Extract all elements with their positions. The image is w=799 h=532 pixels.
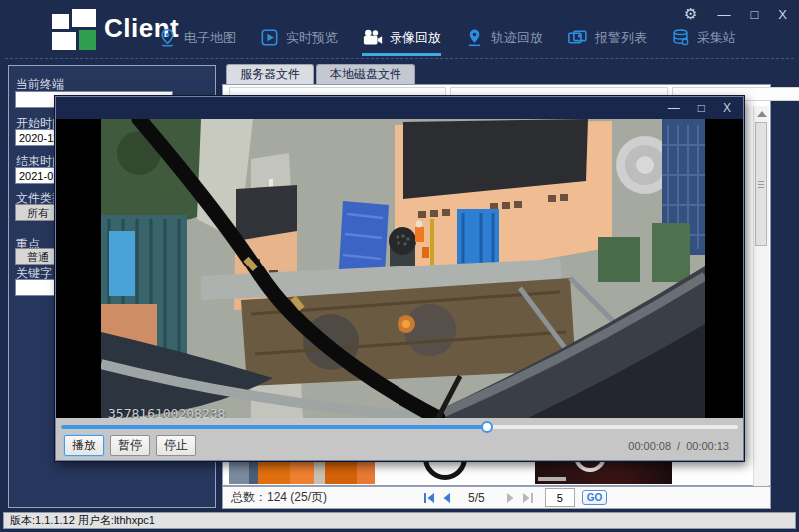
top-bar: Client 电子地图 实时预览 录像回放 轨迹回放 (0, 0, 799, 58)
nav-label: 采集站 (697, 29, 736, 47)
video-camera-icon (362, 28, 383, 47)
logo-tile (52, 14, 69, 29)
pause-button[interactable]: 暂停 (110, 435, 150, 456)
total-time: 00:00:13 (686, 440, 729, 452)
status-bar: 版本:1.1.1.12 用户名:lthhxpc1 (3, 512, 796, 529)
video-player-window: — □ X (55, 96, 744, 461)
nav-track-playback[interactable]: 轨迹回放 (465, 22, 543, 56)
video-osd-text: 357816100208238 E 105.391504 N 28.782217… (108, 346, 335, 418)
nav-recording-playback[interactable]: 录像回放 (362, 22, 441, 56)
nav-collection-station[interactable]: 采集站 (671, 22, 736, 56)
stop-button[interactable]: 停止 (156, 435, 196, 456)
player-control-bar: 播放 暂停 停止 00:00:08 / 00:00:13 (56, 418, 743, 460)
nav-label: 实时预览 (286, 29, 338, 47)
nav-label: 录像回放 (390, 29, 441, 47)
time-display: 00:00:08 / 00:00:13 (628, 440, 729, 452)
settings-gear-icon[interactable]: ⚙ (684, 5, 697, 23)
nav-label: 轨迹回放 (491, 29, 543, 47)
page-indicator: 5/5 (468, 491, 485, 505)
first-page-button[interactable] (422, 492, 436, 504)
topbar-divider (5, 58, 794, 59)
window-controls: ⚙ — □ X (684, 5, 787, 23)
page-number-input[interactable] (545, 488, 575, 507)
alarm-list-icon (567, 28, 588, 47)
progress-track[interactable] (61, 425, 738, 429)
nav-label: 报警列表 (595, 29, 647, 47)
prev-page-button[interactable] (440, 492, 452, 504)
tab-local-disk-files[interactable]: 本地磁盘文件 (316, 64, 415, 84)
nav-live-preview[interactable]: 实时预览 (260, 22, 338, 56)
main-nav: 电子地图 实时预览 录像回放 轨迹回放 报警列表 (158, 22, 736, 58)
database-icon (671, 28, 690, 47)
player-title-bar[interactable]: — □ X (56, 97, 743, 119)
minimize-button[interactable]: — (717, 7, 730, 22)
play-icon (260, 28, 279, 47)
map-pin-icon (158, 28, 177, 47)
progress-fill (61, 425, 487, 429)
progress-handle[interactable] (481, 421, 493, 433)
video-display-area: 357816100208238 E 105.391504 N 28.782217… (56, 119, 743, 418)
play-button[interactable]: 播放 (64, 435, 104, 456)
close-button[interactable]: X (778, 7, 787, 22)
last-page-button[interactable] (521, 492, 535, 504)
logo-tile-green (79, 30, 96, 50)
file-tabs: 服务器文件 本地磁盘文件 (226, 64, 415, 84)
go-button[interactable]: GO (582, 490, 608, 505)
tab-server-files[interactable]: 服务器文件 (226, 64, 314, 84)
vertical-scrollbar[interactable] (753, 106, 769, 506)
maximize-button[interactable]: □ (750, 7, 758, 22)
nav-electronic-map[interactable]: 电子地图 (158, 22, 236, 56)
osd-device-id: 357816100208238 (108, 400, 335, 418)
player-minimize-button[interactable]: — (668, 101, 680, 115)
video-thumbnail[interactable] (229, 458, 375, 484)
player-close-button[interactable]: X (723, 101, 731, 115)
player-buttons: 播放 暂停 停止 (64, 435, 196, 456)
pagination-bar: 总数：124 (25/页) 5/5 GO (222, 486, 771, 509)
nav-alarm-list[interactable]: 报警列表 (567, 22, 647, 56)
current-time: 00:00:08 (628, 440, 671, 452)
scrollbar-thumb[interactable] (755, 122, 767, 246)
nav-label: 电子地图 (184, 29, 236, 47)
player-maximize-button[interactable]: □ (698, 101, 705, 115)
version-user-text: 版本:1.1.1.12 用户名:lthhxpc1 (10, 514, 155, 526)
logo-tile (72, 9, 96, 27)
total-count-text: 总数：124 (25/页) (231, 489, 327, 506)
time-separator: / (677, 440, 680, 452)
next-page-button[interactable] (505, 492, 517, 504)
location-pin-icon (465, 28, 484, 47)
logo-tile (52, 32, 76, 50)
scroll-up-arrow[interactable] (757, 111, 767, 117)
thumbnail-caption (538, 477, 566, 481)
app-logo (52, 9, 98, 51)
